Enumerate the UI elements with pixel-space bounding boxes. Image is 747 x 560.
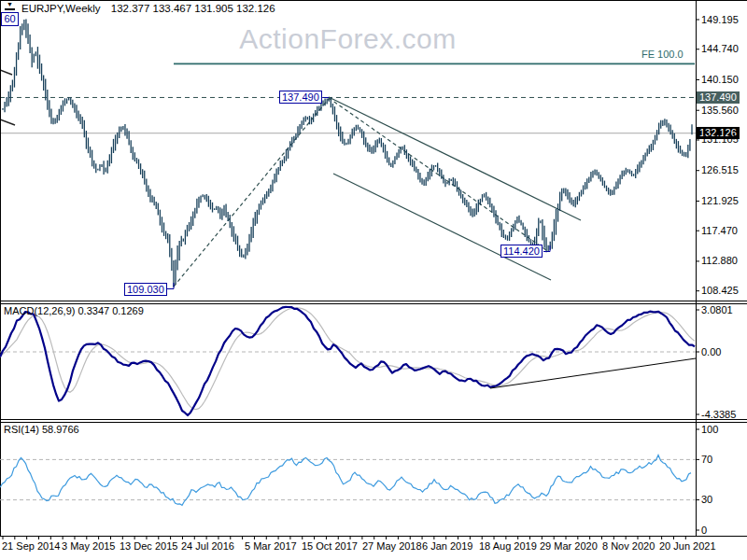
x-axis-date-label: 5 Mar 2017 xyxy=(245,540,297,553)
y-axis-label: 131.105 xyxy=(701,133,739,146)
rsi-axis-label: 0 xyxy=(701,525,707,537)
symbol-title: EURJPY,Weekly xyxy=(21,3,101,14)
annotation-low-109030[interactable]: 109.030 xyxy=(124,283,167,296)
macd-indicator-label: MACD(12,26,9) 0.3347 0.1269 xyxy=(4,305,144,317)
y-axis-label: 108.425 xyxy=(701,285,739,297)
macd-axis-label: 0.00 xyxy=(701,346,721,358)
macd-axis-label: 3.0801 xyxy=(701,304,733,316)
y-axis-label: 135.560 xyxy=(701,105,739,117)
x-axis-date-label: 15 Oct 2017 xyxy=(302,540,358,553)
rsi-axis-label: 70 xyxy=(701,454,712,466)
x-axis-date-label: 27 May 2018 xyxy=(362,540,422,553)
x-axis-date-label: 3 May 2015 xyxy=(62,540,115,553)
rsi-axis-label: 100 xyxy=(701,424,718,436)
rsi-axis-label: 30 xyxy=(701,494,712,506)
rsi-indicator-label: RSI(14) 58.9766 xyxy=(4,424,79,436)
x-axis-date-label: 6 Jan 2019 xyxy=(422,540,472,553)
chart-header: EURJPY,Weekly 132.377 133.467 131.905 13… xyxy=(21,3,275,14)
y-axis-price-tag: 137.490 xyxy=(697,91,740,104)
ohlc-values: 132.377 133.467 131.905 132.126 xyxy=(111,3,275,14)
y-axis-label: 117.470 xyxy=(701,225,738,237)
annotation-support-114420[interactable]: 114.420 xyxy=(500,245,543,258)
x-axis-date-label: 13 Dec 2015 xyxy=(120,540,177,553)
chart-window: ActionForex.com ▼ EURJPY,Weekly 132.377 … xyxy=(0,0,747,560)
x-axis-date-label: 8 Nov 2020 xyxy=(602,540,655,553)
y-axis-label: 112.880 xyxy=(701,255,738,267)
period-badge: 60 xyxy=(1,12,19,26)
fibonacci-extension-label: FE 100.0 xyxy=(641,49,684,60)
x-axis-date-label: 21 Sep 2014 xyxy=(2,540,60,553)
annotation-resistance-137490[interactable]: 137.490 xyxy=(279,91,322,104)
y-axis-label: 121.925 xyxy=(701,195,739,207)
y-axis-label: 126.515 xyxy=(701,164,739,176)
y-axis-label: 144.740 xyxy=(701,43,739,55)
x-axis-date-label: 18 Aug 2019 xyxy=(479,540,537,553)
scroll-to-end-icon[interactable]: ▼ xyxy=(5,1,15,10)
macd-axis-label: -4.3385 xyxy=(701,409,736,421)
x-axis-date-label: 20 Jun 2021 xyxy=(659,540,716,553)
chart-canvas[interactable] xyxy=(0,0,747,560)
y-axis-label: 149.195 xyxy=(701,14,739,26)
x-axis-date-label: 24 Jul 2016 xyxy=(181,540,234,553)
x-axis-date-label: 29 Mar 2020 xyxy=(540,540,598,553)
y-axis-label: 140.150 xyxy=(701,74,739,86)
